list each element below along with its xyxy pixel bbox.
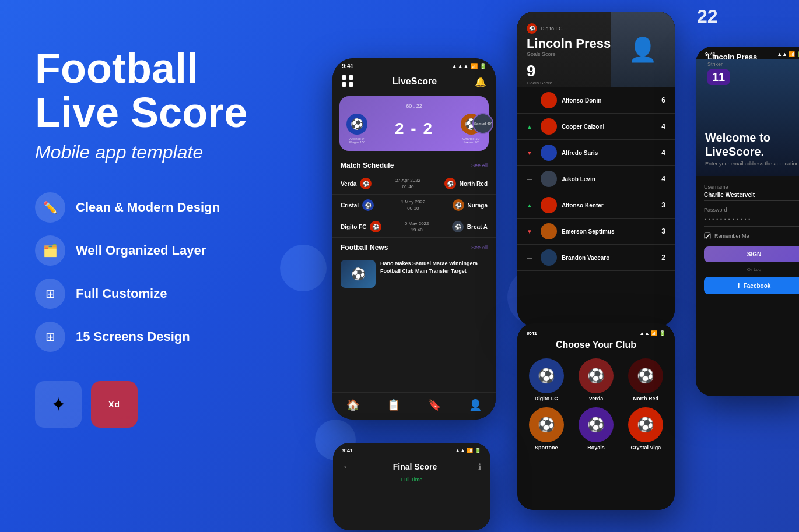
- scorer-1-goals: 6: [661, 96, 665, 104]
- score-display: 2 - 2: [395, 119, 433, 138]
- match-1-time: 01.40: [402, 184, 413, 189]
- menu-icon[interactable]: [342, 75, 355, 88]
- scorer-right: Chance 10' Jaxson 62': [462, 137, 480, 144]
- scorer-6-name: Emerson Septimus: [562, 228, 657, 235]
- royals-logo: ⚽: [579, 407, 614, 442]
- team-a-row-3: Digito FC ⚽: [341, 221, 381, 232]
- northred-logo: ⚽: [628, 358, 663, 393]
- feature-2: 🗂️ Well Organized Layer: [35, 235, 292, 266]
- scorers-list: — Alfonso Donin 6 ▲ Cooper Calzoni 4 ▼ A…: [517, 87, 675, 271]
- news-thumbnail: ⚽: [341, 260, 376, 288]
- signin-button[interactable]: SIGN: [704, 246, 799, 262]
- welcome-title: Welcome to LiveScore.: [705, 131, 799, 158]
- club-item-northred[interactable]: ⚽ North Red: [624, 358, 668, 401]
- decorative-bubble-1: [280, 245, 327, 291]
- club-screen: 9:41 ▲▲ 📶 🔋 Choose Your Club ⚽ Digito FC…: [517, 323, 675, 510]
- score-card: 60 : 22 ⚽ Alfonso 9' Roger 15' 2 - 2 ⚽ C…: [339, 96, 489, 151]
- player-avatar-6: [541, 223, 557, 239]
- match-2-logo-a: ⚽: [362, 199, 374, 211]
- profile-nav-icon[interactable]: 👤: [469, 399, 482, 411]
- remember-row: ✓ Remember Me: [704, 232, 799, 239]
- scorer-1: — Alfonso Donin 6: [517, 87, 675, 114]
- team-left-shield: ⚽: [346, 114, 367, 135]
- bookmark-nav-icon[interactable]: 🔖: [428, 399, 441, 411]
- choose-club-title: Choose Your Club: [524, 340, 668, 350]
- final-score-title: Final Score: [393, 462, 437, 471]
- status-time: 9:41: [342, 63, 353, 69]
- match-item-1: Verda ⚽ 27 Apr 2022 01.40 ⚽ North Red: [332, 173, 496, 195]
- match-2-team-b: Nuraga: [468, 202, 488, 209]
- club-item-sportone[interactable]: ⚽ Sportone: [524, 407, 568, 450]
- schedule-see-all[interactable]: See All: [471, 163, 488, 168]
- status-icons: ▲▲▲ 📶 🔋: [451, 63, 486, 69]
- feature-4: ⊞ 15 Screens Design: [35, 322, 292, 352]
- match-2-center: 1 Mey 2022 00.10: [401, 199, 425, 211]
- scorer-7: — Brandon Vaccaro 2: [517, 245, 675, 271]
- feature-1: ✏️ Clean & Modern Design: [35, 192, 292, 223]
- bell-icon[interactable]: 🔔: [475, 76, 486, 87]
- password-value[interactable]: ············: [704, 214, 799, 227]
- northred-label: North Red: [633, 396, 659, 401]
- digito-fc-label: Digito FC: [535, 396, 558, 401]
- password-label: Password: [704, 207, 799, 213]
- back-icon[interactable]: ←: [342, 461, 352, 472]
- team-b-row-3: ⚽ Breat A: [452, 221, 488, 232]
- features-list: ✏️ Clean & Modern Design 🗂️ Well Organiz…: [35, 192, 292, 352]
- side-player-name: Samuel 40': [474, 122, 492, 125]
- match-3-center: 5 May 2022 19.40: [405, 221, 429, 232]
- bottom-nav: 🏠 📋 🔖 👤: [332, 392, 496, 420]
- side-player-avatar: Samuel 40': [472, 113, 493, 134]
- team-b-row: ⚽ North Red: [444, 178, 488, 189]
- scorer-4: — Jakob Levin 4: [517, 166, 675, 192]
- club-item-verda[interactable]: ⚽ Verda: [574, 358, 618, 401]
- player-avatar-3: [541, 145, 557, 161]
- username-label: Username: [704, 184, 799, 190]
- club-status-time: 9:41: [527, 330, 537, 336]
- match-3-logo-b: ⚽: [452, 221, 464, 232]
- clean-design-icon: ✏️: [35, 192, 65, 223]
- wifi-icon: 📶: [471, 63, 478, 69]
- login-form: Username Charlie Westervelt Password ···…: [696, 176, 799, 307]
- feature-3-text: Full Customize: [76, 286, 167, 301]
- news-see-all[interactable]: See All: [471, 245, 488, 251]
- xd-icon: Xd: [108, 400, 120, 409]
- club-name: Digito FC: [541, 26, 563, 31]
- phone-choose-club: 9:41 ▲▲ 📶 🔋 Choose Your Club ⚽ Digito FC…: [517, 323, 675, 510]
- app-title: LiveScore: [393, 76, 437, 87]
- trend-icon-3: ▼: [527, 150, 536, 156]
- phone-livescore: 9:41 ▲▲▲ 📶 🔋 LiveScore 🔔 60 : 22 ⚽: [332, 58, 496, 420]
- scorer-left: Alfonso 9' Roger 15': [349, 137, 365, 144]
- facebook-icon: f: [738, 281, 740, 290]
- club-item-digito[interactable]: ⚽ Digito FC: [524, 358, 568, 401]
- xd-badge: Xd: [91, 381, 138, 428]
- news-headline: Hano Makes Samuel Marae Winningera Footb…: [380, 260, 488, 288]
- clubs-grid: ⚽ Digito FC ⚽ Verda ⚽ North Red ⚽ Sporto…: [524, 358, 668, 450]
- jersey-number-11: 11: [707, 69, 730, 85]
- home-nav-icon[interactable]: 🏠: [346, 399, 359, 411]
- list-nav-icon[interactable]: 📋: [387, 399, 400, 411]
- welcome-sub: Enter your email address the application: [705, 161, 799, 167]
- lincoln-pos-overlay: Striker: [707, 61, 757, 67]
- match-item-2: Cristal ⚽ 1 Mey 2022 00.10 ⚽ Nuraga: [332, 195, 496, 216]
- scorer-1-name: Alfonso Donin: [562, 97, 657, 104]
- feature-2-text: Well Organized Layer: [76, 243, 206, 258]
- score-row: ⚽ Alfonso 9' Roger 15' 2 - 2 ⚽ Chance 10…: [346, 114, 482, 144]
- scorer-5: ▲ Alfonso Kenter 3: [517, 192, 675, 219]
- final-screen: 9:41 ▲▲ 📶 🔋 ← Final Score ℹ Full Time: [333, 443, 490, 530]
- club-item-royals[interactable]: ⚽ Royals: [574, 407, 618, 450]
- match-3-team-b: Breat A: [467, 224, 488, 230]
- match-2-date: 1 Mey 2022: [401, 199, 425, 205]
- info-icon[interactable]: ℹ: [478, 462, 481, 471]
- screens-icon: ⊞: [35, 322, 65, 352]
- login-status-icons: ▲▲ 📶 🔋: [777, 51, 799, 57]
- club-item-crystal[interactable]: ⚽ Crystal Viga: [624, 407, 668, 450]
- royals-label: Royals: [587, 445, 605, 450]
- username-value[interactable]: Charlie Westervelt: [704, 192, 799, 201]
- match-2-team-a: Cristal: [341, 202, 359, 209]
- club-status-bar: 9:41 ▲▲ 📶 🔋: [524, 330, 668, 340]
- final-status-icons: ▲▲ 📶 🔋: [455, 448, 481, 453]
- goals-header: ⚽ Digito FC Lincoln Press Goals Score 9 …: [517, 12, 675, 87]
- remember-checkbox[interactable]: ✓: [704, 232, 711, 239]
- verda-label: Verda: [589, 396, 604, 401]
- facebook-login-button[interactable]: f Facebook: [704, 277, 799, 294]
